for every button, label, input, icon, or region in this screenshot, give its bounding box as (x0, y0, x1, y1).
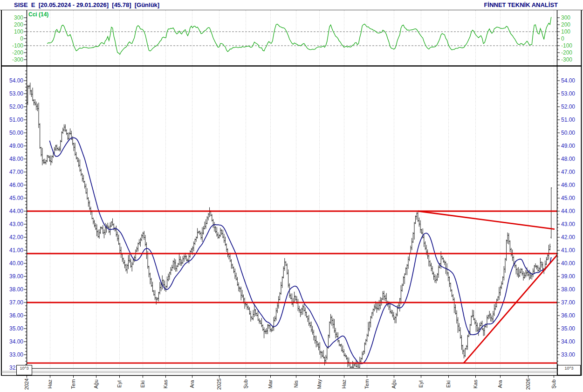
price-axis-label: 47.00 (561, 169, 583, 175)
price-axis-label: 45.00 (0, 195, 23, 201)
price-plot-area[interactable] (27, 67, 557, 368)
price-axis-label: 51.00 (561, 117, 583, 123)
price-axis-label: 37.00 (0, 299, 23, 306)
price-axis-label: 51.00 (0, 117, 23, 123)
price-axis-label: 35.00 (0, 325, 23, 332)
price-axis-label: 43.00 (561, 221, 583, 227)
price-axis-label: 37.00 (561, 299, 583, 306)
x-axis-label: 2024 (24, 378, 29, 390)
x-axis-label: Haz (47, 379, 53, 389)
cci-axis-label: 200 (561, 21, 583, 28)
price-axis-label: 39.00 (0, 273, 23, 280)
x-axis-label: 2026 (525, 378, 531, 390)
price-axis-label: 50.00 (0, 130, 23, 136)
volume-scale-box-right: 10^3 (557, 365, 581, 375)
price-axis-label: 38.00 (561, 286, 583, 293)
x-axis-label: Mar (267, 380, 273, 389)
x-axis-label: Haz (341, 379, 347, 389)
price-axis-label: 54.00 (0, 77, 23, 84)
price-axis-label: 41.00 (561, 247, 583, 254)
cci-axis-label: 200 (0, 21, 23, 28)
window-header: SISE E [20.05.2024 - 29.01.2026] [45.78]… (0, 0, 583, 10)
price-axis-label: 41.00 (0, 247, 23, 254)
price-axis-label: 42.00 (561, 234, 583, 241)
x-axis-label: Eyl (117, 380, 122, 387)
price-axis-label: 47.00 (0, 169, 23, 175)
price-axis-label: 49.00 (561, 143, 583, 149)
price-axis-label: 36.00 (561, 312, 583, 319)
cci-axis-label: -300 (0, 56, 23, 63)
price-axis-label: 44.00 (561, 208, 583, 214)
price-axis-label: 36.00 (0, 312, 23, 319)
price-axis-label: 50.00 (561, 130, 583, 136)
cci-axis-label: -100 (0, 42, 23, 49)
price-axis-label: 53.00 (561, 90, 583, 97)
x-axis-label: Şub (551, 379, 556, 389)
x-axis-label: Ağu (93, 379, 99, 389)
cci-axis-label: -300 (561, 56, 583, 63)
x-axis-label: Eyl (418, 380, 424, 387)
cci-plot-area[interactable] (27, 10, 557, 65)
x-axis-label: 2025 (216, 378, 222, 390)
x-axis-label: Şub (243, 379, 248, 389)
x-axis-label: Ağu (391, 379, 397, 389)
price-axis-label: 38.00 (0, 286, 23, 293)
cci-axis-label: 0 (0, 35, 23, 42)
chart-title: SISE E [20.05.2024 - 29.01.2026] [45.78]… (14, 1, 159, 8)
x-axis-label: Kas (163, 380, 168, 389)
x-axis-label: May (316, 379, 322, 389)
price-axis-label: 42.00 (0, 234, 23, 241)
price-axis-label: 39.00 (561, 273, 583, 280)
price-axis-label: 52.00 (0, 103, 23, 110)
price-axis-label: 34.00 (0, 338, 23, 345)
x-axis-label: Eki (446, 380, 451, 387)
x-axis-label: Tem (70, 379, 76, 389)
price-axis-label: 43.00 (0, 221, 23, 227)
cci-axis-label: 100 (0, 28, 23, 35)
price-axis-label: 49.00 (0, 143, 23, 149)
app-brand-title: FİNNET TEKNİK ANALİST (484, 1, 558, 8)
price-axis-label: 33.00 (561, 351, 583, 358)
x-axis-label: Tem (364, 379, 370, 389)
price-axis-label: 40.00 (0, 260, 23, 267)
price-axis-label: 45.00 (561, 195, 583, 201)
cci-axis-label: 300 (561, 14, 583, 21)
price-axis-label: 34.00 (561, 338, 583, 345)
x-axis-label: Kas (473, 380, 478, 389)
x-axis-label: Eki (140, 380, 145, 387)
cci-axis-label: -200 (561, 49, 583, 56)
cci-axis-label: -200 (0, 49, 23, 56)
price-axis-label: 44.00 (0, 208, 23, 214)
cci-axis-label: 100 (561, 28, 583, 35)
price-axis-label: 52.00 (561, 103, 583, 110)
cci-axis-label: -100 (561, 42, 583, 49)
price-axis-label: 48.00 (561, 156, 583, 162)
price-axis-label: 53.00 (0, 90, 23, 97)
price-axis-label: 46.00 (0, 182, 23, 188)
x-axis-label: Ara (497, 380, 503, 388)
x-axis-label: Ara (189, 380, 195, 388)
price-axis-label: 48.00 (0, 156, 23, 162)
cci-axis-label: 300 (0, 14, 23, 21)
price-axis-label: 35.00 (561, 325, 583, 332)
volume-scale-label: 10^3 (564, 366, 573, 371)
price-axis-label: 54.00 (561, 77, 583, 84)
price-axis-label: 46.00 (561, 182, 583, 188)
price-axis-label: 33.00 (0, 351, 23, 358)
x-axis-label: Nis (293, 380, 299, 388)
price-axis-label: 40.00 (561, 260, 583, 267)
finnet-technical-analyst-window: { "header": { "left_title": "SISE E [20.… (0, 0, 583, 392)
cci-axis-label: 0 (561, 35, 583, 42)
